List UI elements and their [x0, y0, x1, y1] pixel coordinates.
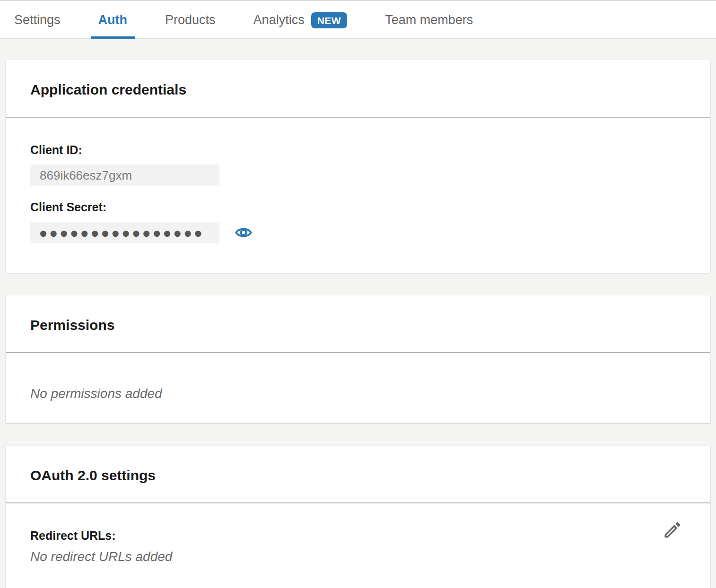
permissions-card: Permissions No permissions added — [6, 295, 710, 423]
permissions-header: Permissions — [6, 295, 710, 353]
tab-products-label: Products — [165, 13, 216, 27]
tab-bar: Settings Auth Products Analytics NEW Tea… — [0, 0, 716, 39]
client-secret-row: ●●●●●●●●●●●●●●●● — [30, 222, 686, 243]
application-credentials-body: Client ID: 869ik66esz7gxm Client Secret:… — [6, 118, 710, 273]
eye-icon — [235, 224, 253, 241]
application-credentials-header: Application credentials — [6, 60, 710, 118]
tab-settings-label: Settings — [14, 13, 61, 27]
client-id-text: 869ik66esz7gxm — [40, 168, 132, 183]
oauth-settings-title: OAuth 2.0 settings — [30, 467, 686, 484]
new-badge: NEW — [311, 12, 348, 28]
client-secret-masked-text: ●●●●●●●●●●●●●●●● — [40, 227, 205, 238]
oauth-settings-body: Redirect URLs: No redirect URLs added — [6, 503, 710, 588]
tab-analytics-label: Analytics — [253, 13, 305, 27]
edit-redirect-urls-button[interactable] — [662, 519, 683, 540]
client-secret-label: Client Secret: — [30, 200, 686, 214]
tab-settings[interactable]: Settings — [7, 1, 68, 39]
tab-analytics[interactable]: Analytics NEW — [246, 1, 355, 39]
oauth-settings-header: OAuth 2.0 settings — [6, 446, 710, 503]
application-credentials-title: Application credentials — [30, 82, 686, 98]
tab-team-members[interactable]: Team members — [377, 1, 480, 39]
oauth-settings-card: OAuth 2.0 settings Redirect URLs: No red… — [6, 446, 710, 588]
pencil-icon — [662, 519, 683, 540]
no-redirect-urls-message: No redirect URLs added — [30, 549, 686, 564]
redirect-urls-label: Redirect URLs: — [30, 529, 686, 543]
permissions-body: No permissions added — [6, 353, 710, 423]
tab-products[interactable]: Products — [157, 1, 223, 39]
reveal-secret-button[interactable] — [235, 224, 253, 241]
tab-auth-label: Auth — [98, 13, 127, 27]
tab-auth[interactable]: Auth — [91, 1, 135, 39]
tab-team-members-label: Team members — [385, 13, 473, 27]
client-id-label: Client ID: — [30, 143, 686, 157]
permissions-title: Permissions — [30, 317, 686, 333]
client-id-value[interactable]: 869ik66esz7gxm — [30, 164, 219, 186]
no-permissions-message: No permissions added — [30, 386, 686, 401]
application-credentials-card: Application credentials Client ID: 869ik… — [6, 60, 710, 273]
main-content: Application credentials Client ID: 869ik… — [0, 39, 716, 588]
client-secret-value[interactable]: ●●●●●●●●●●●●●●●● — [30, 222, 219, 243]
